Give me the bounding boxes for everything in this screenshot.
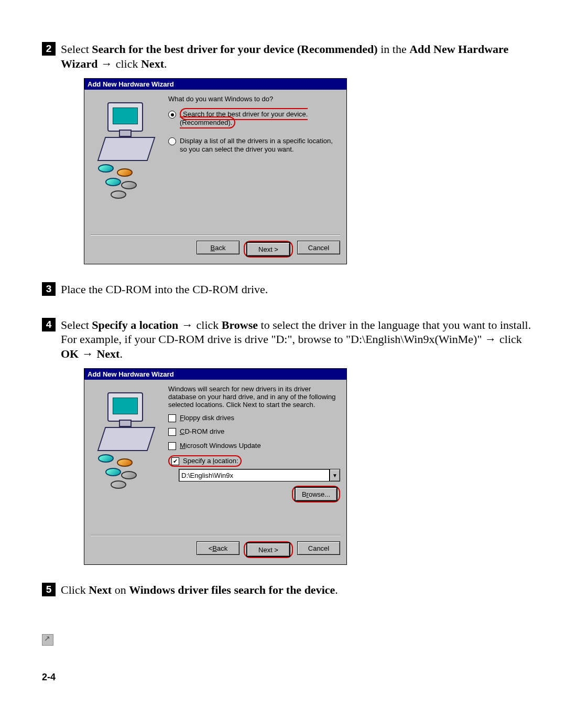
dialog-titlebar: Add New Hardware Wizard xyxy=(84,369,346,380)
radio-search-best-driver[interactable]: Search for the best driver for your devi… xyxy=(168,110,340,127)
highlighted-next: Next > xyxy=(244,541,293,558)
step-number: 4 xyxy=(42,318,56,331)
next-button[interactable]: Next > xyxy=(247,242,290,256)
radio-icon xyxy=(168,111,176,119)
cancel-button[interactable]: Cancel xyxy=(297,541,340,555)
step-2-text: Select Search for the best driver for yo… xyxy=(61,42,535,71)
dialog-titlebar: Add New Hardware Wizard xyxy=(84,79,346,90)
step-number: 2 xyxy=(42,42,56,56)
wizard-clipart xyxy=(91,385,164,532)
manual-page: 2 Select Search for the best driver for … xyxy=(0,0,566,704)
back-button[interactable]: Back xyxy=(197,241,240,254)
step-number: 3 xyxy=(42,282,56,296)
add-new-hardware-wizard-dialog: Add New Hardware Wizard What do you want… xyxy=(84,78,347,264)
dialog-1-figure: Add New Hardware Wizard What do you want… xyxy=(84,78,535,264)
checkbox-icon xyxy=(171,457,179,465)
step-number: 5 xyxy=(42,583,56,596)
wizard-clipart xyxy=(91,95,164,231)
checkbox-label: CD-ROM drive xyxy=(180,427,224,436)
location-path-field[interactable]: D:\English\Win9x ▼ xyxy=(179,469,340,481)
radio-icon xyxy=(168,137,176,145)
checkbox-label: Specify a location: xyxy=(183,457,238,465)
path-input[interactable]: D:\English\Win9x xyxy=(179,469,330,481)
highlighted-next: Next > xyxy=(244,241,293,258)
add-new-hardware-wizard-dialog-2: Add New Hardware Wizard Windows will sea… xyxy=(84,368,347,565)
back-button[interactable]: < Back xyxy=(197,541,240,555)
checkbox-label: Floppy disk drives xyxy=(180,414,234,422)
dropdown-icon[interactable]: ▼ xyxy=(330,469,340,481)
checkbox-windows-update[interactable]: Microsoft Windows Update xyxy=(168,442,340,450)
step-3: 3 Place the CD-ROM into the CD-ROM drive… xyxy=(42,282,535,297)
dialog-question: What do you want Windows to do? xyxy=(168,95,340,103)
step-4-text: Select Specify a location → click Browse… xyxy=(61,318,535,361)
highlighted-option: Search for the best driver for your devi… xyxy=(180,108,308,129)
checkbox-label: Microsoft Windows Update xyxy=(180,442,261,450)
browse-button[interactable]: Browse... xyxy=(295,487,337,501)
step-5-text: Click Next on Windows driver files searc… xyxy=(61,583,338,597)
page-corner-icon xyxy=(42,634,53,646)
checkbox-floppy[interactable]: Floppy disk drives xyxy=(168,414,340,422)
step-3-text: Place the CD-ROM into the CD-ROM drive. xyxy=(61,282,268,297)
radio-display-list[interactable]: Display a list of all the drivers in a s… xyxy=(168,137,340,154)
dialog-intro: Windows will search for new drivers in i… xyxy=(168,385,340,409)
checkbox-cdrom[interactable]: CD-ROM drive xyxy=(168,427,340,436)
step-2: 2 Select Search for the best driver for … xyxy=(42,42,535,71)
checkbox-icon xyxy=(168,442,176,450)
cancel-button[interactable]: Cancel xyxy=(297,241,340,254)
checkbox-icon xyxy=(168,414,176,422)
checkbox-icon xyxy=(168,428,176,436)
dialog-2-figure: Add New Hardware Wizard Windows will sea… xyxy=(84,368,535,565)
highlighted-browse: Browse... xyxy=(292,486,340,502)
step-5: 5 Click Next on Windows driver files sea… xyxy=(42,583,535,597)
next-button[interactable]: Next > xyxy=(247,543,290,556)
radio-label: Display a list of all the drivers in a s… xyxy=(180,137,340,154)
checkbox-specify-location[interactable]: Specify a location: xyxy=(168,455,340,467)
page-number: 2-4 xyxy=(42,672,535,683)
step-4: 4 Select Specify a location → click Brow… xyxy=(42,318,535,361)
